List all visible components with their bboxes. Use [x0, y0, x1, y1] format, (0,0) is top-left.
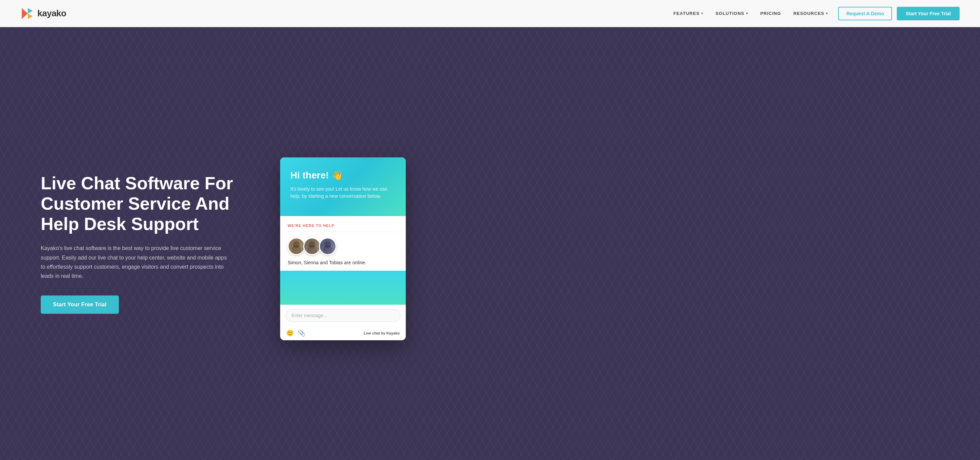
svg-marker-2 — [28, 14, 33, 19]
chat-icon-row: 🙂 📎 — [286, 329, 305, 337]
chat-agents — [288, 238, 398, 255]
chat-header: Hi there! 👋 It's lovely to see you! Let … — [280, 157, 406, 216]
hero-section: Live Chat Software For Customer Service … — [0, 27, 980, 460]
logo[interactable]: kayako — [21, 7, 66, 21]
hero-title: Live Chat Software For Customer Service … — [41, 173, 258, 234]
hero-subtitle: Kayako's live chat software is the best … — [41, 244, 231, 281]
kayako-logo-icon — [21, 7, 34, 21]
chat-branding: Live chat by Kayako — [364, 331, 400, 335]
logo-text: kayako — [37, 8, 66, 19]
nav-solutions[interactable]: SOLUTIONS ▾ — [716, 11, 748, 16]
chat-widget: Hi there! 👋 It's lovely to see you! Let … — [280, 157, 406, 340]
svg-marker-0 — [22, 8, 28, 19]
hero-content: Live Chat Software For Customer Service … — [41, 173, 258, 314]
agent-avatar-2 — [303, 238, 321, 255]
chevron-down-icon: ▾ — [701, 11, 703, 15]
nav-pricing[interactable]: PRICING — [760, 11, 781, 16]
chat-section-label: WE'RE HERE TO HELP — [288, 224, 398, 232]
chevron-down-icon: ▾ — [826, 11, 828, 15]
emoji-icon[interactable]: 🙂 — [286, 329, 294, 337]
chevron-down-icon: ▾ — [746, 11, 748, 15]
chat-widget-container: Hi there! 👋 It's lovely to see you! Let … — [278, 147, 407, 340]
nav-resources[interactable]: RESOURCES ▾ — [793, 11, 828, 16]
nav-links: FEATURES ▾ SOLUTIONS ▾ PRICING RESOURCES… — [673, 11, 828, 16]
chat-body: WE'RE HERE TO HELP Simon, Sienna and Tob… — [280, 216, 406, 271]
svg-marker-1 — [28, 8, 33, 14]
chat-input-field[interactable]: Enter message... — [286, 309, 400, 322]
chat-bottom-bar: 🙂 📎 Live chat by Kayako — [280, 326, 406, 340]
nav-features[interactable]: FEATURES ▾ — [673, 11, 703, 16]
chat-greeting: Hi there! 👋 — [290, 170, 396, 181]
start-trial-nav-button[interactable]: Start Your Free Trial — [897, 7, 959, 21]
navbar: kayako FEATURES ▾ SOLUTIONS ▾ PRICING RE… — [0, 0, 980, 27]
attach-icon[interactable]: 📎 — [298, 329, 305, 337]
chat-input-container: Enter message... — [280, 305, 406, 326]
chat-message-area — [280, 271, 406, 305]
chat-subtext: It's lovely to see you! Let us know how … — [290, 186, 396, 200]
agent-avatar-3 — [319, 238, 337, 255]
chat-online-text: Simon, Sienna and Tobias are online. — [288, 260, 398, 265]
start-trial-hero-button[interactable]: Start Your Free Trial — [41, 295, 119, 314]
nav-buttons: Request A Demo Start Your Free Trial — [838, 7, 959, 21]
agent-avatar-1 — [288, 238, 305, 255]
request-demo-button[interactable]: Request A Demo — [838, 7, 892, 21]
